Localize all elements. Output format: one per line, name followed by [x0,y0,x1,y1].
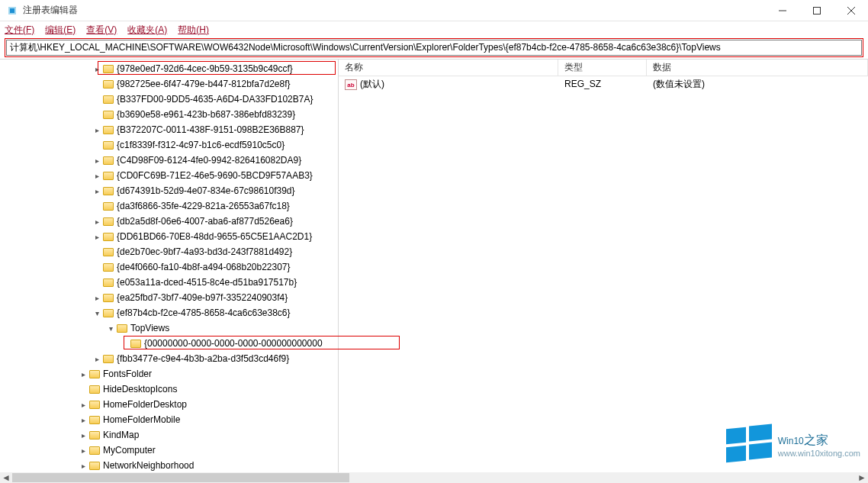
tree-item-label: {b3690e58-e961-423b-b687-386ebfd83239} [117,109,295,120]
tree-item[interactable]: {c1f8339f-f312-4c97-b1c6-ecdf5910c5c0} [0,137,338,153]
tree-item-label: {e053a11a-dced-4515-8c4e-d51ba917517b} [117,277,297,288]
twisty-collapsed-icon[interactable]: ▸ [92,126,102,134]
twisty-collapsed-icon[interactable]: ▸ [92,294,102,302]
folder-icon [102,140,114,150]
twisty-collapsed-icon[interactable]: ▸ [78,431,88,440]
col-header-data[interactable]: 数据 [647,60,868,76]
maximize-button[interactable] [799,0,834,21]
folder-icon [88,414,101,425]
content-area: ▸{978e0ed7-92d6-4cec-9b59-3135b9c49ccf}{… [0,59,868,472]
twisty-collapsed-icon[interactable]: ▸ [78,446,88,455]
twisty-expanded-icon[interactable]: ▾ [105,324,116,333]
menu-view[interactable]: 查看(V) [86,24,117,37]
folder-icon [88,399,101,410]
twisty-expanded-icon[interactable]: ▾ [92,309,102,317]
folder-icon [116,323,128,333]
tree-item-label: HomeFolderDesktop [103,399,187,410]
folder-icon [88,369,101,379]
tree-item-label: {c1f8339f-f312-4c97-b1c6-ecdf5910c5c0} [117,140,285,150]
scroll-track[interactable] [12,472,856,483]
windows-logo-icon [726,425,772,462]
menu-file[interactable]: 文件(F) [5,24,34,37]
tree-item[interactable]: ▾TopViews [0,320,338,336]
twisty-collapsed-icon[interactable]: ▸ [92,187,102,195]
tree-item[interactable]: ▸{fbb3477e-c9e4-4b3b-a2ba-d3f5d3cd46f9} [0,351,338,366]
twisty-collapsed-icon[interactable]: ▸ [78,370,88,378]
horizontal-scrollbar[interactable]: ◄ ► [0,472,868,483]
scroll-right-button[interactable]: ► [856,472,868,483]
tree-item[interactable]: ▸{d674391b-52d9-4e07-834e-67c98610f39d} [0,183,338,198]
minimize-icon [779,7,786,14]
twisty-collapsed-icon[interactable]: ▸ [78,462,88,470]
window-controls [765,0,868,21]
tree-item[interactable]: ▸KindMap [0,427,338,443]
twisty-collapsed-icon[interactable]: ▸ [78,416,88,424]
folder-icon [102,262,114,272]
watermark: Win10之家 www.win10xitong.com [726,425,860,462]
folder-icon [102,292,114,303]
watermark-url: www.win10xitong.com [778,449,860,458]
twisty-collapsed-icon[interactable]: ▸ [92,172,102,180]
tree-item[interactable]: {de2b70ec-9bf7-4a93-bd3d-243f7881d492} [0,244,338,259]
tree-item[interactable]: ▸NetworkNeighborhood [0,458,338,472]
tree-item[interactable]: ▸MyComputer [0,443,338,458]
tree-item-label: {CD0FC69B-71E2-46e5-9690-5BCD9F57AAB3} [117,170,313,181]
values-list[interactable]: ab(默认)REG_SZ(数值未设置) [339,76,868,92]
folder-icon [102,185,114,196]
tree-item[interactable]: ▸{B372207C-0011-438F-9151-098B2E36B887} [0,122,338,137]
col-header-name[interactable]: 名称 [339,60,558,76]
tree-item[interactable]: ▸{CD0FC69B-71E2-46e5-9690-5BCD9F57AAB3} [0,168,338,183]
scroll-thumb[interactable] [12,473,349,482]
folder-icon [102,109,114,120]
tree-item[interactable]: ▾{ef87b4cb-f2ce-4785-8658-4ca6c63e38c6} [0,305,338,320]
tree-panel: ▸{978e0ed7-92d6-4cec-9b59-3135b9c49ccf}{… [0,60,339,472]
folder-icon [102,277,114,288]
tree-item[interactable]: {982725ee-6f47-479e-b447-812bfa7d2e8f} [0,76,338,92]
tree-item[interactable]: {B337FD00-9DD5-4635-A6D4-DA33FD102B7A} [0,92,338,107]
menu-edit[interactable]: 编辑(E) [45,24,76,37]
twisty-collapsed-icon[interactable]: ▸ [92,355,102,363]
tree-item[interactable]: {e053a11a-dced-4515-8c4e-d51ba917517b} [0,275,338,290]
tree-item[interactable]: ▸HomeFolderDesktop [0,397,338,412]
tree-item[interactable]: {da3f6866-35fe-4229-821a-26553a67fc18} [0,198,338,214]
folder-icon [102,79,114,89]
menu-favorites[interactable]: 收藏夹(A) [127,24,167,37]
twisty-collapsed-icon[interactable]: ▸ [92,233,102,241]
registry-tree[interactable]: ▸{978e0ed7-92d6-4cec-9b59-3135b9c49ccf}{… [0,60,338,472]
twisty-collapsed-icon[interactable]: ▸ [92,156,102,165]
menubar: 文件(F) 编辑(E) 查看(V) 收藏夹(A) 帮助(H) [0,21,868,38]
col-header-type[interactable]: 类型 [558,60,647,76]
twisty-collapsed-icon[interactable]: ▸ [78,401,88,409]
tree-item-label: {ef87b4cb-f2ce-4785-8658-4ca6c63e38c6} [117,308,291,318]
tree-item[interactable]: {b3690e58-e961-423b-b687-386ebfd83239} [0,107,338,122]
twisty-collapsed-icon[interactable]: ▸ [92,217,102,226]
folder-icon [102,308,114,318]
tree-item[interactable]: ▸HomeFolderMobile [0,412,338,427]
tree-item[interactable]: ▸{DD61BD66-70E8-48dd-9655-65C5E1AAC2D1} [0,229,338,244]
close-button[interactable] [834,0,868,21]
tree-item-label: KindMap [103,430,139,440]
value-name-label: (默认) [360,79,384,89]
app-icon [6,5,18,17]
tree-item[interactable]: HideDesktopIcons [0,382,338,397]
addressbar[interactable]: 计算机\HKEY_LOCAL_MACHINE\SOFTWARE\WOW6432N… [6,40,862,56]
folder-icon [88,384,101,394]
tree-item-label: NetworkNeighborhood [103,460,194,471]
tree-item-label: HideDesktopIcons [103,384,177,394]
values-header: 名称 类型 数据 [339,60,868,76]
scroll-left-button[interactable]: ◄ [0,472,12,483]
folder-icon [102,201,114,211]
menu-help[interactable]: 帮助(H) [178,24,209,37]
tree-item[interactable]: ▸FontsFolder [0,366,338,382]
tree-item-label: {ea25fbd7-3bf7-409e-b97f-3352240903f4} [117,292,288,303]
tree-item[interactable]: {de4f0660-fa10-4b8f-a494-068b20b22307} [0,259,338,275]
tree-item[interactable]: ▸{db2a5d8f-06e6-4007-aba6-af877d526ea6} [0,214,338,229]
value-row[interactable]: ab(默认)REG_SZ(数值未设置) [339,76,868,92]
tree-item[interactable]: ▸{C4D98F09-6124-4fe0-9942-826416082DA9} [0,153,338,168]
tree-item-label: {db2a5d8f-06e6-4007-aba6-af877d526ea6} [117,216,293,227]
minimize-button[interactable] [765,0,799,21]
folder-icon [102,94,114,105]
watermark-title: Win10之家 [778,429,860,449]
value-name-cell: ab(默认) [339,78,558,91]
tree-item[interactable]: ▸{ea25fbd7-3bf7-409e-b97f-3352240903f4} [0,290,338,305]
